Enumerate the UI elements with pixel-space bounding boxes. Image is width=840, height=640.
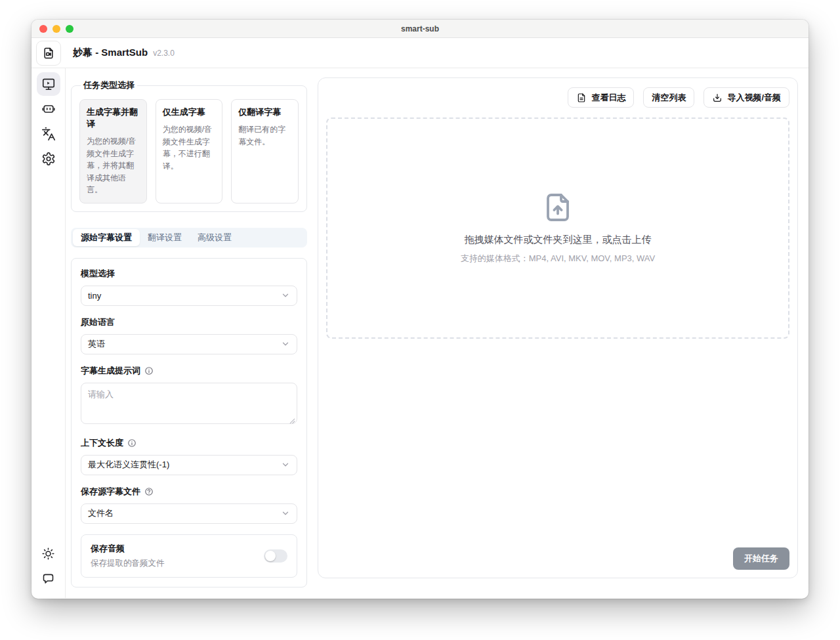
media-toolbar: 查看日志 清空列表 导入视频/音频	[326, 87, 789, 108]
save-subtitle-select[interactable]: 文件名	[81, 503, 297, 524]
task-card-title: 生成字幕并翻译	[87, 106, 140, 130]
sidebar-item-bot[interactable]	[37, 97, 60, 121]
file-upload-icon	[542, 192, 574, 223]
source-subtitle-form: 模型选择 tiny 原始语言 英语	[71, 258, 307, 587]
prompt-label: 字幕生成提示词	[81, 365, 140, 377]
start-task-button[interactable]: 开始任务	[733, 547, 789, 570]
chevron-down-icon	[281, 460, 290, 469]
translate-icon	[41, 127, 56, 141]
tab-source-subtitle-settings[interactable]: 源始字幕设置	[73, 229, 140, 246]
question-icon[interactable]	[144, 487, 154, 496]
save-audio-title: 保存音频	[91, 543, 264, 555]
task-card-generate-only[interactable]: 仅生成字幕 为您的视频/音频文件生成字幕，不进行翻译。	[156, 99, 223, 203]
app-logo	[36, 41, 61, 66]
feedback-button[interactable]	[37, 566, 60, 590]
theme-toggle-button[interactable]	[37, 542, 60, 565]
save-subtitle-label: 保存源字幕文件	[81, 486, 140, 498]
video-file-icon	[42, 47, 55, 60]
media-dropzone[interactable]: 拖拽媒体文件或文件夹到这里，或点击上传 支持的媒体格式：MP4, AVI, MK…	[326, 117, 789, 339]
save-subtitle-value: 文件名	[88, 507, 281, 519]
save-audio-toggle[interactable]	[264, 549, 287, 563]
task-type-legend: 任务类型选择	[81, 79, 137, 91]
save-audio-card: 保存音频 保存提取的音频文件	[81, 534, 297, 578]
chevron-down-icon	[281, 509, 290, 518]
monitor-play-icon	[41, 77, 56, 91]
toggle-knob	[265, 551, 276, 561]
clear-list-button[interactable]: 清空列表	[643, 87, 694, 108]
context-length-value: 最大化语义连贯性(-1)	[88, 459, 281, 471]
info-icon[interactable]	[127, 438, 136, 448]
save-audio-desc: 保存提取的音频文件	[91, 558, 264, 569]
document-icon	[576, 93, 587, 103]
task-card-title: 仅生成字幕	[163, 106, 216, 118]
tab-translation-settings[interactable]: 翻译设置	[140, 229, 190, 246]
prompt-textarea[interactable]	[81, 383, 297, 424]
model-label: 模型选择	[81, 268, 297, 280]
model-select-value: tiny	[88, 291, 281, 301]
chevron-down-icon	[281, 339, 290, 349]
import-icon	[712, 93, 723, 103]
sidebar-item-settings[interactable]	[37, 147, 60, 171]
feedback-bubble-icon	[41, 572, 55, 586]
app-title: 妙幕 - SmartSub	[73, 47, 148, 59]
info-icon[interactable]	[144, 366, 154, 375]
task-card-generate-and-translate[interactable]: 生成字幕并翻译 为您的视频/音频文件生成字幕，并将其翻译成其他语言。	[79, 99, 147, 203]
context-length-select[interactable]: 最大化语义连贯性(-1)	[81, 455, 297, 475]
settings-tabstrip: 源始字幕设置 翻译设置 高级设置	[71, 228, 307, 247]
view-logs-button[interactable]: 查看日志	[568, 87, 634, 108]
task-card-desc: 翻译已有的字幕文件。	[238, 123, 291, 148]
source-language-value: 英语	[88, 338, 281, 350]
task-card-translate-only[interactable]: 仅翻译字幕 翻译已有的字幕文件。	[231, 99, 299, 203]
view-logs-label: 查看日志	[591, 92, 625, 104]
source-language-select[interactable]: 英语	[81, 334, 297, 354]
app-version: v2.3.0	[153, 49, 175, 58]
titlebar: smart-sub	[32, 20, 808, 38]
import-media-label: 导入视频/音频	[727, 92, 781, 104]
app-window: smart-sub 妙幕 - SmartSub v2.3.0	[32, 20, 808, 599]
chevron-down-icon	[281, 291, 290, 300]
sidebar-item-tasks[interactable]	[37, 72, 60, 96]
media-panel: 查看日志 清空列表 导入视频/音频	[318, 77, 798, 578]
clear-list-label: 清空列表	[652, 92, 686, 104]
window-title: smart-sub	[32, 24, 808, 33]
gear-icon	[41, 152, 56, 166]
import-media-button[interactable]: 导入视频/音频	[704, 87, 789, 108]
source-language-label: 原始语言	[81, 316, 297, 328]
sidebar-item-translate[interactable]	[37, 122, 60, 146]
model-select[interactable]: tiny	[81, 286, 297, 306]
task-type-section: 任务类型选择 生成字幕并翻译 为您的视频/音频文件生成字幕，并将其翻译成其他语言…	[71, 79, 307, 212]
robot-icon	[41, 102, 56, 116]
task-card-desc: 为您的视频/音频文件生成字幕，并将其翻译成其他语言。	[87, 135, 140, 196]
sun-icon	[41, 547, 55, 561]
app-header: 妙幕 - SmartSub v2.3.0	[32, 38, 808, 68]
dropzone-formats: 支持的媒体格式：MP4, AVI, MKV, MOV, MP3, WAV	[461, 253, 655, 265]
settings-panel: 任务类型选择 生成字幕并翻译 为您的视频/音频文件生成字幕，并将其翻译成其他语言…	[71, 77, 307, 578]
context-length-label: 上下文长度	[81, 437, 123, 449]
task-card-desc: 为您的视频/音频文件生成字幕，不进行翻译。	[163, 123, 216, 172]
task-card-title: 仅翻译字幕	[238, 106, 291, 118]
dropzone-text: 拖拽媒体文件或文件夹到这里，或点击上传	[465, 234, 652, 246]
tab-advanced-settings[interactable]: 高级设置	[190, 229, 240, 246]
sidebar	[32, 68, 66, 598]
